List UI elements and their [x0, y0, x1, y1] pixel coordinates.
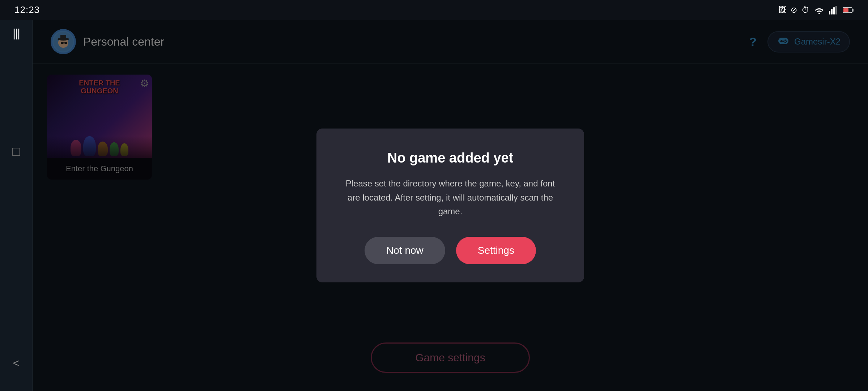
signal-icon: [829, 6, 838, 14]
sidebar-back-icon[interactable]: <: [13, 357, 20, 369]
sidebar-square-icon[interactable]: □: [12, 144, 20, 159]
battery-icon: [843, 7, 854, 13]
not-now-button[interactable]: Not now: [365, 237, 445, 264]
modal-buttons: Not now Settings: [345, 237, 555, 264]
status-icons: 🖼 ⊘ ⏱: [778, 5, 854, 15]
svg-rect-6: [843, 8, 848, 12]
modal-overlay: No game added yet Please set the directo…: [33, 20, 868, 391]
modal-title: No game added yet: [345, 150, 555, 166]
photo-icon: 🖼: [778, 5, 786, 15]
svg-rect-3: [835, 6, 837, 14]
modal-dialog: No game added yet Please set the directo…: [316, 129, 584, 282]
sidebar-menu-icon[interactable]: |||: [13, 27, 20, 39]
block-icon: ⊘: [791, 5, 797, 15]
svg-rect-1: [831, 9, 833, 14]
settings-button[interactable]: Settings: [456, 237, 536, 264]
clock-icon: ⏱: [801, 5, 809, 15]
modal-body: Please set the directory where the game,…: [345, 177, 555, 218]
left-sidebar: ||| □ <: [0, 20, 33, 391]
svg-rect-5: [852, 9, 854, 12]
status-bar: 12:23 🖼 ⊘ ⏱: [0, 0, 868, 20]
svg-rect-0: [829, 11, 830, 14]
svg-rect-2: [833, 7, 835, 14]
status-time: 12:23: [14, 4, 40, 16]
wifi-icon: [814, 6, 825, 14]
